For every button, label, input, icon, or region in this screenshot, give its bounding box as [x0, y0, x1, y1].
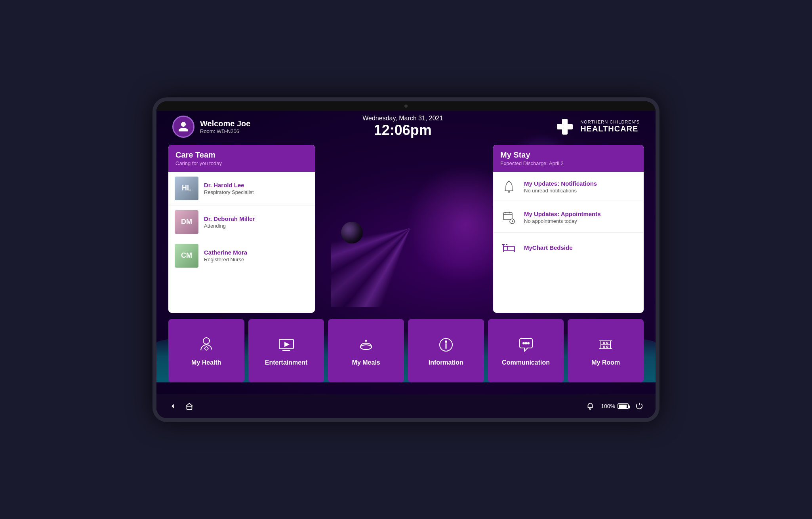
time-display: 12:06pm	[362, 122, 443, 139]
svg-point-36	[606, 342, 608, 344]
notifications-title: My Updates: Notifications	[524, 180, 597, 187]
nav-tile-information[interactable]: Information	[408, 319, 484, 382]
notifications-subtitle: No unread notifications	[524, 188, 597, 194]
member-info-catherine: Catherine Mora Registered Nurse	[204, 249, 247, 262]
user-info: Welcome Joe Room: WD-N206	[172, 116, 250, 138]
member-name-catherine: Catherine Mora	[204, 249, 247, 256]
back-button[interactable]	[168, 402, 177, 411]
room-icon	[596, 335, 615, 354]
main-content: Care Team Caring for you today HL Dr. Ha…	[168, 145, 644, 382]
nav-tile-entertainment[interactable]: Entertainment	[248, 319, 324, 382]
my-stay-subtitle: Expected Discharge: April 2	[500, 160, 637, 166]
battery-fill	[619, 405, 627, 408]
svg-point-38	[606, 346, 608, 348]
cross-icon	[555, 117, 575, 137]
care-team-title: Care Team	[175, 150, 308, 160]
svg-point-18	[203, 338, 210, 344]
health-icon	[197, 335, 216, 354]
header: Welcome Joe Room: WD-N206 Wednesday, Mar…	[156, 111, 656, 143]
avatar	[172, 116, 194, 138]
nav-tile-label-communication: Communication	[502, 359, 550, 366]
nav-tile-label-my-health: My Health	[191, 359, 221, 366]
bell-icon	[502, 180, 516, 194]
svg-rect-4	[503, 213, 512, 220]
member-photo-catherine: CM	[175, 244, 198, 268]
information-icon	[436, 335, 456, 354]
nav-tile-communication[interactable]: Communication	[488, 319, 564, 382]
svg-marker-20	[285, 342, 289, 346]
bottom-tiles: My Health Entertainment	[168, 319, 644, 382]
logo: NORTHERN CHILDREN'S HEALTHCARE	[555, 117, 640, 137]
logo-top: NORTHERN CHILDREN'S	[580, 120, 640, 124]
svg-point-31	[528, 342, 529, 344]
appointments-icon-wrapper	[500, 209, 518, 226]
svg-rect-12	[503, 246, 507, 250]
nav-tile-label-my-meals: My Meals	[352, 359, 380, 366]
member-photo-harold: HL	[175, 177, 198, 200]
notification-bell-button[interactable]	[586, 402, 595, 411]
stay-item-mychart[interactable]: MyChart Bedside	[493, 233, 644, 263]
my-stay-card: My Stay Expected Discharge: April 2	[493, 145, 644, 313]
care-team-card: Care Team Caring for you today HL Dr. Ha…	[168, 145, 315, 313]
appointments-subtitle: No appointments today	[524, 218, 601, 224]
logo-text: NORTHERN CHILDREN'S HEALTHCARE	[580, 120, 640, 133]
svg-point-30	[525, 342, 527, 344]
member-photo-deborah: DM	[175, 210, 198, 234]
user-room: Room: WD-N206	[200, 128, 250, 134]
svg-point-35	[603, 342, 605, 344]
svg-point-29	[523, 342, 524, 344]
nav-tile-my-meals[interactable]: My Meals	[328, 319, 404, 382]
camera-bar	[156, 101, 656, 111]
nav-tile-my-room[interactable]: My Room	[568, 319, 644, 382]
back-icon	[168, 402, 177, 411]
calendar-clock-icon	[502, 210, 516, 224]
stay-items-list: My Updates: Notifications No unread noti…	[493, 172, 644, 313]
my-stay-header: My Stay Expected Discharge: April 2	[493, 145, 644, 172]
nav-tile-my-health[interactable]: My Health	[168, 319, 244, 382]
mychart-icon-wrapper	[500, 239, 518, 257]
battery-area: 100%	[601, 403, 629, 409]
nav-tile-label-my-room: My Room	[591, 359, 620, 366]
tablet-frame: Welcome Joe Room: WD-N206 Wednesday, Mar…	[152, 97, 660, 422]
stay-item-text-notifications: My Updates: Notifications No unread noti…	[524, 180, 597, 194]
stay-item-appointments[interactable]: My Updates: Appointments No appointments…	[493, 202, 644, 233]
care-member-catherine[interactable]: CM Catherine Mora Registered Nurse	[168, 239, 315, 272]
svg-rect-1	[557, 124, 573, 129]
svg-rect-11	[503, 246, 515, 250]
member-role-catherine: Registered Nurse	[204, 257, 247, 262]
camera-dot	[404, 105, 408, 108]
home-button[interactable]	[185, 402, 194, 411]
member-role-harold: Respiratory Specialist	[204, 189, 254, 195]
member-name-deborah: Dr. Deborah Miller	[204, 215, 255, 222]
logo-bottom: HEALTHCARE	[580, 124, 640, 133]
care-member-deborah[interactable]: DM Dr. Deborah Miller Attending	[168, 205, 315, 239]
svg-point-37	[603, 346, 605, 348]
bottom-nav-right: 100%	[586, 402, 644, 411]
member-info-deborah: Dr. Deborah Miller Attending	[204, 215, 255, 229]
appointments-title: My Updates: Appointments	[524, 211, 601, 217]
svg-rect-41	[187, 406, 192, 409]
bed-icon	[502, 241, 516, 255]
tablet-screen: Welcome Joe Room: WD-N206 Wednesday, Mar…	[156, 101, 656, 418]
nav-tile-label-information: Information	[429, 359, 463, 366]
svg-point-2	[508, 191, 510, 192]
user-text: Welcome Joe Room: WD-N206	[200, 119, 250, 134]
cards-row: Care Team Caring for you today HL Dr. Ha…	[168, 145, 644, 313]
meals-icon	[356, 335, 376, 354]
nav-tile-label-entertainment: Entertainment	[265, 359, 308, 366]
entertainment-icon	[277, 335, 296, 354]
care-member-harold[interactable]: HL Dr. Harold Lee Respiratory Specialist	[168, 172, 315, 205]
battery-icon	[618, 403, 629, 409]
power-button[interactable]	[635, 402, 644, 411]
bottom-nav-left	[168, 402, 194, 411]
member-name-harold: Dr. Harold Lee	[204, 182, 254, 188]
middle-spacer	[321, 145, 487, 313]
stay-item-text-mychart: MyChart Bedside	[524, 244, 573, 251]
stay-item-notifications[interactable]: My Updates: Notifications No unread noti…	[493, 172, 644, 202]
datetime: Wednesday, March 31, 2021 12:06pm	[362, 115, 443, 139]
user-name: Welcome Joe	[200, 119, 250, 128]
care-team-list: HL Dr. Harold Lee Respiratory Specialist…	[168, 172, 315, 313]
my-stay-title: My Stay	[500, 150, 637, 160]
battery-percent: 100%	[601, 403, 615, 409]
member-role-deborah: Attending	[204, 223, 255, 229]
